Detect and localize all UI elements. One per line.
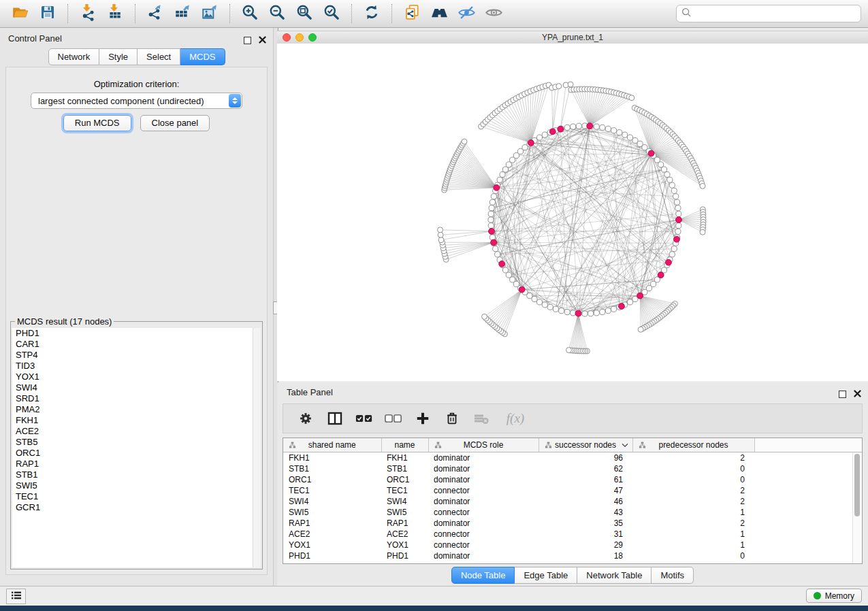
network-node[interactable]	[489, 199, 495, 205]
tab-style[interactable]: Style	[99, 48, 138, 65]
table-scrollbar[interactable]	[852, 452, 861, 563]
table-cell[interactable]: FKH1	[283, 452, 381, 464]
table-cell[interactable]: ACE2	[283, 529, 381, 540]
network-hub-node[interactable]	[637, 293, 643, 299]
table-cell[interactable]: SWI4	[283, 496, 381, 507]
network-node[interactable]	[632, 137, 638, 143]
float-panel-icon[interactable]	[244, 37, 251, 44]
table-row[interactable]: ACE2ACE2connector311	[283, 529, 862, 540]
network-node[interactable]	[642, 145, 647, 150]
close-table-panel-icon[interactable]	[854, 388, 861, 400]
zoom-fit-button[interactable]	[293, 2, 316, 25]
mcds-result-item[interactable]: TID3	[12, 361, 261, 371]
import-table-button[interactable]	[103, 2, 127, 25]
table-row[interactable]: YOX1YOX1connector291	[283, 540, 862, 550]
mcds-result-item[interactable]: YOX1	[12, 371, 261, 382]
close-panel-icon[interactable]	[259, 34, 266, 46]
network-node[interactable]	[669, 182, 675, 188]
network-hub-node[interactable]	[494, 184, 500, 191]
first-neighbors-button[interactable]	[428, 2, 451, 25]
network-hub-node[interactable]	[619, 303, 625, 310]
network-node[interactable]	[564, 309, 570, 314]
table-cell[interactable]: dominator	[428, 452, 539, 464]
table-cell[interactable]: RAP1	[283, 518, 381, 529]
delete-column-icon[interactable]	[443, 410, 461, 427]
table-row[interactable]: STB1STB1dominator620	[283, 463, 862, 474]
network-node[interactable]	[536, 299, 542, 305]
table-cell[interactable]: 0	[632, 474, 754, 485]
network-node[interactable]	[611, 128, 617, 133]
network-node[interactable]	[673, 194, 679, 199]
window-minimize-icon[interactable]	[295, 33, 304, 42]
table-cell[interactable]: ORC1	[283, 474, 381, 485]
table-cell[interactable]: FKH1	[381, 452, 428, 464]
network-node[interactable]	[493, 246, 498, 252]
mcds-result-item[interactable]: SWI4	[12, 382, 261, 393]
network-node[interactable]	[510, 277, 515, 282]
table-cell[interactable]: 1	[632, 507, 754, 518]
table-cell[interactable]: connector	[428, 485, 539, 496]
table-tab-motifs[interactable]: Motifs	[652, 567, 694, 584]
network-node[interactable]	[482, 314, 487, 319]
network-node[interactable]	[513, 152, 519, 158]
network-node[interactable]	[669, 252, 675, 257]
mcds-result-item[interactable]: GCR1	[12, 502, 261, 513]
network-hub-node[interactable]	[499, 261, 505, 267]
table-cell[interactable]: dominator	[428, 550, 539, 561]
split-view-button[interactable]	[326, 410, 344, 427]
table-cell[interactable]: dominator	[428, 518, 539, 529]
network-node[interactable]	[491, 194, 496, 199]
column-header-successor-nodes[interactable]: successor nodes	[539, 438, 632, 452]
select-all-icon[interactable]	[355, 410, 373, 427]
network-node[interactable]	[671, 188, 677, 193]
network-node[interactable]	[527, 293, 532, 299]
close-panel-button[interactable]: Close panel	[140, 115, 210, 131]
network-node[interactable]	[568, 82, 573, 87]
tab-mcds[interactable]: MCDS	[180, 48, 225, 65]
column-header-name[interactable]: name	[381, 438, 428, 452]
network-hub-node[interactable]	[666, 259, 672, 265]
table-cell[interactable]: ORC1	[381, 474, 428, 485]
network-node[interactable]	[594, 310, 599, 316]
window-zoom-icon[interactable]	[308, 33, 317, 42]
network-node[interactable]	[438, 227, 443, 233]
table-cell[interactable]: 46	[539, 496, 632, 507]
table-cell[interactable]: 0	[632, 550, 754, 561]
network-canvas[interactable]	[277, 44, 868, 381]
network-hub-node[interactable]	[528, 140, 534, 146]
open-session-button[interactable]	[9, 2, 32, 25]
network-node[interactable]	[676, 211, 681, 216]
network-node[interactable]	[532, 296, 537, 301]
table-row[interactable]: PHD1PHD1dominator180	[283, 550, 862, 561]
add-column-icon[interactable]	[414, 410, 432, 427]
network-node[interactable]	[605, 308, 611, 314]
network-hub-node[interactable]	[489, 228, 495, 234]
network-node[interactable]	[536, 135, 542, 140]
network-node[interactable]	[676, 223, 681, 229]
hide-selected-button[interactable]	[455, 2, 478, 25]
table-tab-node-table[interactable]: Node Table	[451, 567, 515, 584]
mcds-result-item[interactable]: STB5	[12, 437, 261, 448]
network-node[interactable]	[582, 311, 588, 316]
table-row[interactable]: TEC1TEC1connector472	[283, 485, 862, 496]
network-hub-node[interactable]	[658, 272, 664, 278]
table-cell[interactable]: 96	[539, 452, 632, 464]
mcds-result-item[interactable]: CAR1	[12, 339, 261, 350]
table-cell[interactable]: connector	[428, 529, 539, 540]
tab-select[interactable]: Select	[138, 48, 180, 65]
table-cell[interactable]: TEC1	[381, 485, 428, 496]
table-row[interactable]: FKH1FKH1dominator962	[283, 452, 862, 464]
network-window-titlebar[interactable]: YPA_prune.txt_1	[277, 31, 868, 44]
network-node[interactable]	[611, 306, 617, 312]
table-cell[interactable]: STB1	[283, 463, 381, 474]
export-image-button[interactable]	[198, 2, 221, 25]
network-node[interactable]	[489, 205, 494, 211]
network-hub-node[interactable]	[519, 286, 525, 293]
zoom-out-button[interactable]	[266, 2, 289, 25]
network-node[interactable]	[438, 232, 443, 237]
network-node[interactable]	[629, 95, 634, 101]
float-table-panel-icon[interactable]	[839, 391, 846, 398]
network-node[interactable]	[502, 267, 508, 273]
table-cell[interactable]: 2	[632, 496, 754, 507]
table-cell[interactable]: 62	[539, 463, 632, 474]
